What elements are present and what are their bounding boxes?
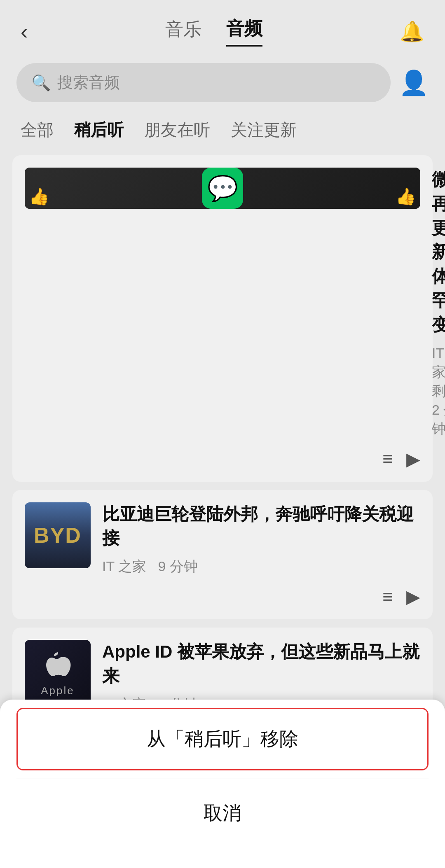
tab-audio[interactable]: 音频: [226, 16, 262, 47]
filter-tabs: 全部 稍后听 朋友在听 关注更新: [0, 110, 445, 151]
card1-duration: 剩余 2 分钟: [432, 383, 445, 436]
card1-meta: IT 之家 剩余 2 分钟: [432, 344, 445, 439]
play-button[interactable]: ▶: [406, 448, 420, 469]
card1-source: IT 之家: [432, 345, 445, 380]
search-area: 🔍 搜索音频 👤: [0, 55, 445, 110]
back-button[interactable]: ‹: [21, 19, 28, 44]
playlist-icon-2[interactable]: ≡: [382, 586, 393, 607]
card2-actions: ≡ ▶: [25, 586, 420, 607]
search-icon: 🔍: [31, 74, 51, 92]
bottom-sheet: 从「稍后听」移除 取消: [0, 700, 445, 868]
search-placeholder: 搜索音频: [57, 72, 120, 93]
card3-title: Apple ID 被苹果放弃，但这些新品马上就来: [102, 640, 420, 688]
thumb-apple: Apple: [25, 640, 91, 706]
card1-actions: ≡ ▶: [25, 448, 420, 469]
search-bar[interactable]: 🔍 搜索音频: [16, 63, 391, 102]
cancel-button[interactable]: 取消: [16, 783, 429, 843]
divider: [16, 779, 429, 779]
thumb-right-hand: 👍: [396, 187, 416, 206]
header: ‹ 音乐 音频 🔔: [0, 0, 445, 55]
user-profile-icon[interactable]: 👤: [399, 69, 429, 97]
content-area: 💬 👍 👍 微信再度更新，体积罕见变小 IT 之家 剩余 2 分钟: [0, 151, 445, 787]
filter-tab-following[interactable]: 关注更新: [231, 119, 297, 141]
filter-tab-later[interactable]: 稍后听: [74, 119, 124, 141]
card2-meta: IT 之家 9 分钟: [102, 557, 420, 576]
card1-info: 微信再度更新，体积罕见变小 IT 之家 剩余 2 分钟: [432, 168, 445, 439]
card2-info: 比亚迪巨轮登陆外邦，奔驰呼吁降关税迎接 IT 之家 9 分钟: [102, 502, 420, 576]
playlist-icon[interactable]: ≡: [382, 448, 393, 469]
card2-sep: [150, 558, 158, 574]
byd-logo-text: BYD: [34, 523, 82, 548]
apple-logo-svg: [41, 649, 74, 682]
apple-label-text: Apple: [41, 684, 75, 697]
thumb-wechat: 💬 👍 👍: [25, 168, 420, 209]
card-byd: BYD 比亚迪巨轮登陆外邦，奔驰呼吁降关税迎接 IT 之家 9 分钟 ≡ ▶: [12, 490, 433, 620]
tab-music[interactable]: 音乐: [165, 17, 201, 46]
thumb-byd: BYD: [25, 502, 91, 568]
filter-tab-friends[interactable]: 朋友在听: [144, 119, 210, 141]
bell-icon[interactable]: 🔔: [400, 20, 424, 43]
card2-title: 比亚迪巨轮登陆外邦，奔驰呼吁降关税迎接: [102, 502, 420, 551]
thumb-left-hand: 👍: [29, 187, 49, 206]
header-tabs: 音乐 音频: [165, 16, 262, 47]
remove-from-later-button[interactable]: 从「稍后听」移除: [16, 708, 429, 770]
play-button-2[interactable]: ▶: [406, 586, 420, 607]
card-wechat: 💬 👍 👍 微信再度更新，体积罕见变小 IT 之家 剩余 2 分钟: [12, 155, 433, 482]
card2-source: IT 之家: [102, 558, 146, 574]
card1-title: 微信再度更新，体积罕见变小: [432, 168, 445, 337]
card2-duration: 9 分钟: [158, 558, 197, 574]
filter-tab-all[interactable]: 全部: [21, 119, 54, 141]
